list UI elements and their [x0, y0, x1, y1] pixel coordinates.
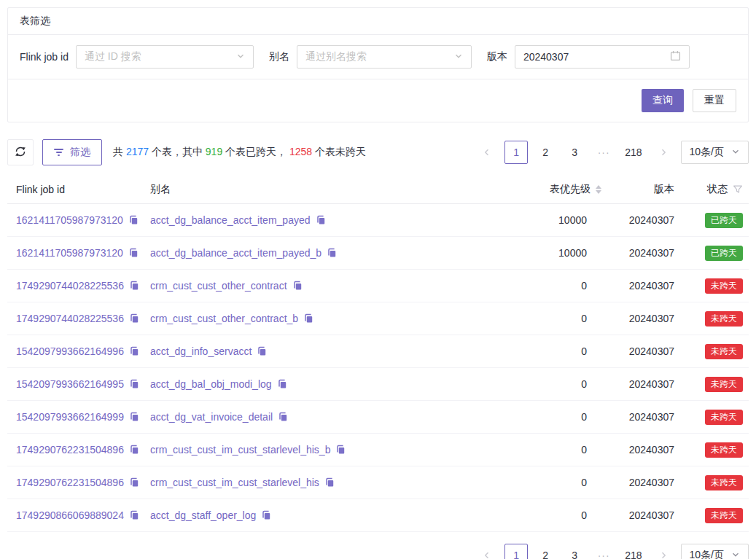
status-badge: 未跨天 [705, 377, 743, 392]
pagination-page-1[interactable]: 1 [504, 544, 528, 559]
pagination-page-3[interactable]: 3 [563, 544, 586, 559]
copy-icon[interactable] [129, 445, 139, 455]
table-body: 1621411705987973120 acct_dg_balance_acct… [7, 204, 749, 532]
copy-icon[interactable] [277, 379, 287, 389]
flink-job-id-link[interactable]: 1749290744028225536 [16, 313, 124, 324]
alias-link[interactable]: acct_dg_bal_obj_modi_log [150, 378, 272, 390]
next-page-button[interactable] [652, 141, 675, 164]
alias-select[interactable]: 通过别名搜索 [297, 45, 472, 69]
copy-icon[interactable] [327, 248, 337, 258]
copy-icon[interactable] [128, 215, 139, 225]
flink-job-id-link[interactable]: 1621411705987973120 [16, 247, 123, 259]
refresh-button[interactable] [7, 139, 34, 165]
reset-button[interactable]: 重置 [693, 89, 736, 112]
copy-icon[interactable] [278, 412, 288, 422]
version-date-input[interactable]: 20240307 [515, 45, 690, 69]
alias-link[interactable]: crm_cust_cust_im_cust_starlevel_his [150, 477, 319, 488]
pagination-page-1[interactable]: 1 [504, 141, 528, 164]
summary-text: 共 2177 个表，其中 919 个表已跨天， 1258 个表未跨天 [113, 146, 366, 159]
page-size-label: 10条/页 [690, 549, 724, 559]
pagination-page-2[interactable]: 2 [534, 141, 557, 164]
alias-link[interactable]: acct_dg_staff_oper_log [150, 509, 256, 521]
filter-funnel-icon[interactable] [733, 184, 743, 195]
copy-icon[interactable] [324, 477, 335, 488]
pagination-page-3[interactable]: 3 [563, 141, 586, 164]
page-size-label: 10条/页 [690, 146, 724, 159]
status-header-label: 状态 [707, 183, 728, 196]
pagination-page-2[interactable]: 2 [534, 544, 557, 559]
alias-field: 别名 通过别名搜索 [269, 45, 472, 69]
flink-job-id-label: Flink job id [20, 51, 69, 63]
priority-cell: 0 [508, 345, 601, 357]
summary-mid1: 个表，其中 [149, 146, 206, 157]
pagination-page-218[interactable]: 218 [621, 544, 645, 559]
version-cell: 20240307 [601, 477, 674, 488]
alias-link[interactable]: crm_cust_cust_other_contract_b [150, 313, 298, 324]
copy-icon[interactable] [129, 281, 139, 291]
version-cell: 20240307 [601, 509, 674, 521]
page-size-select[interactable]: 10条/页 [681, 544, 749, 559]
column-header-alias: 别名 [150, 183, 508, 196]
status-badge: 未跨天 [705, 410, 743, 425]
chevron-down-icon [731, 146, 740, 158]
flink-job-id-link[interactable]: 1542097993662164999 [16, 411, 124, 423]
column-header-priority: 表优先级 [508, 183, 601, 196]
results-table: Flink job id 别名 表优先级 版本 状态 1621411705987… [7, 175, 749, 532]
copy-icon[interactable] [129, 412, 139, 422]
alias-link[interactable]: crm_cust_cust_other_contract [150, 280, 287, 292]
prev-page-button[interactable] [475, 544, 499, 559]
alias-link[interactable]: acct_dg_balance_acct_item_payed_b [150, 247, 322, 259]
version-cell: 20240307 [601, 444, 674, 456]
flink-job-id-link[interactable]: 1542097993662164996 [16, 345, 124, 357]
pagination-ellipsis[interactable]: ··· [592, 141, 615, 164]
flink-job-id-link[interactable]: 1749290762231504896 [16, 477, 124, 488]
toolbar: 筛选 共 2177 个表，其中 919 个表已跨天， 1258 个表未跨天 12… [7, 138, 749, 166]
filter-icon [54, 149, 63, 156]
sort-icon[interactable] [596, 185, 601, 194]
flink-job-id-select[interactable]: 通过 ID 搜索 [76, 45, 254, 69]
filter-toggle-label: 筛选 [70, 146, 90, 159]
flink-job-id-link[interactable]: 1749290744028225536 [16, 280, 124, 292]
filter-toggle-button[interactable]: 筛选 [42, 139, 102, 165]
alias-link[interactable]: acct_dg_vat_invoice_detail [150, 411, 273, 423]
copy-icon[interactable] [257, 346, 267, 356]
copy-icon[interactable] [129, 379, 139, 389]
pagination-top: 123···21810条/页 [475, 141, 749, 164]
table-row: 1542097993662164995 acct_dg_bal_obj_modi… [7, 368, 749, 401]
pagination-page-218[interactable]: 218 [621, 141, 645, 164]
copy-icon[interactable] [261, 510, 271, 520]
copy-icon[interactable] [316, 215, 326, 225]
copy-icon[interactable] [129, 346, 139, 356]
uncrossed-count: 1258 [289, 146, 312, 157]
copy-icon[interactable] [129, 510, 139, 520]
copy-icon[interactable] [303, 313, 313, 324]
table-row: 1542097993662164996 acct_dg_info_servacc… [7, 335, 749, 368]
version-cell: 20240307 [601, 214, 674, 226]
flink-job-id-link[interactable]: 1542097993662164995 [16, 378, 124, 390]
flink-job-id-link[interactable]: 1621411705987973120 [16, 214, 123, 226]
page-size-select[interactable]: 10条/页 [681, 141, 749, 164]
column-header-version: 版本 [601, 183, 674, 196]
status-badge: 已跨天 [705, 213, 743, 228]
refresh-icon [15, 146, 26, 160]
flink-job-id-link[interactable]: 1749290762231504896 [16, 444, 124, 456]
alias-link[interactable]: acct_dg_balance_acct_item_payed [150, 214, 311, 226]
version-cell: 20240307 [601, 247, 674, 259]
alias-link[interactable]: crm_cust_cust_im_cust_starlevel_his_b [150, 444, 330, 456]
prev-page-button[interactable] [475, 141, 499, 164]
copy-icon[interactable] [129, 477, 139, 488]
next-page-button[interactable] [652, 544, 675, 559]
priority-cell: 0 [508, 444, 601, 456]
flink-job-id-link[interactable]: 1749290866069889024 [16, 509, 124, 521]
copy-icon[interactable] [292, 281, 303, 291]
summary-prefix: 共 [113, 146, 126, 157]
chevron-down-icon [731, 550, 740, 559]
footer: 123···21810条/页 [7, 544, 749, 559]
copy-icon[interactable] [129, 313, 139, 324]
copy-icon[interactable] [128, 248, 139, 258]
pagination-ellipsis[interactable]: ··· [592, 544, 615, 559]
copy-icon[interactable] [335, 445, 346, 455]
query-button[interactable]: 查询 [642, 89, 684, 112]
version-cell: 20240307 [601, 411, 674, 423]
alias-link[interactable]: acct_dg_info_servacct [150, 345, 252, 357]
